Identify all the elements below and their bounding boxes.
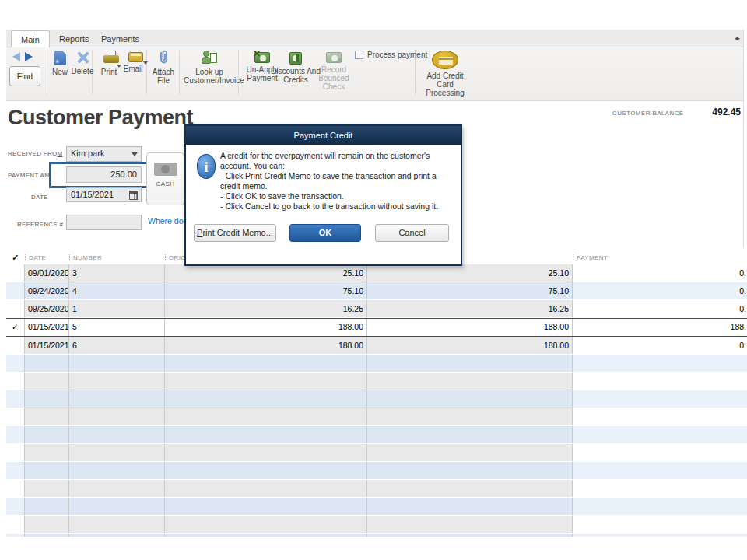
cell-date[interactable]: [25, 462, 69, 479]
cell-date[interactable]: [25, 390, 69, 408]
cell-payment[interactable]: [573, 498, 747, 515]
cell-check[interactable]: [6, 462, 25, 479]
cell-orig-amt[interactable]: [165, 534, 367, 537]
table-empty-row[interactable]: [6, 426, 747, 444]
cell-orig-amt[interactable]: [165, 390, 367, 408]
cell-amt-due[interactable]: [367, 444, 573, 461]
cell-date[interactable]: [25, 426, 69, 443]
cell-payment[interactable]: 0.: [573, 300, 747, 317]
cell-amt-due[interactable]: [367, 516, 573, 533]
table-empty-row[interactable]: [6, 444, 747, 462]
cell-payment[interactable]: [573, 390, 747, 408]
table-empty-row[interactable]: [6, 390, 747, 408]
cell-payment[interactable]: [573, 516, 747, 533]
table-empty-row[interactable]: [6, 516, 747, 534]
cell-orig-amt[interactable]: [165, 373, 367, 390]
cell-amt-due[interactable]: 25.10: [367, 264, 573, 282]
cell-payment[interactable]: [573, 408, 747, 425]
cell-payment[interactable]: [573, 373, 747, 390]
cell-number[interactable]: 6: [69, 337, 165, 354]
cell-number[interactable]: [69, 390, 165, 408]
cell-number[interactable]: 3: [69, 264, 165, 282]
cell-date[interactable]: [25, 534, 69, 537]
cell-date[interactable]: 01/15/2021: [25, 319, 69, 336]
cell-orig-amt[interactable]: [165, 426, 367, 443]
cell-number[interactable]: 1: [69, 300, 165, 317]
cell-payment[interactable]: [573, 355, 747, 372]
table-row[interactable]: ✓01/15/20215188.00188.00188.: [6, 318, 747, 337]
cell-number[interactable]: [69, 498, 165, 515]
email-button[interactable]: Email: [120, 52, 151, 73]
cell-date[interactable]: [25, 444, 69, 461]
ribbon-collapse-icon[interactable]: ◂▸: [735, 34, 738, 42]
column-header-number[interactable]: NUMBER: [69, 254, 165, 261]
cell-check[interactable]: [6, 264, 25, 282]
cell-date[interactable]: [25, 480, 69, 497]
table-row[interactable]: 09/01/2020325.1025.100.: [6, 264, 747, 282]
cell-orig-amt[interactable]: [165, 462, 367, 479]
cancel-button[interactable]: Cancel: [375, 224, 449, 242]
cell-check[interactable]: [6, 444, 25, 461]
cell-check[interactable]: [6, 300, 25, 317]
table-empty-row[interactable]: [6, 355, 747, 373]
tab-payments[interactable]: Payments: [92, 31, 149, 47]
column-header-payment[interactable]: PAYMENT: [573, 254, 747, 261]
table-empty-row[interactable]: [6, 408, 747, 426]
table-empty-row[interactable]: [6, 373, 747, 390]
cell-check[interactable]: [6, 355, 25, 372]
cell-orig-amt[interactable]: [165, 408, 367, 425]
cell-number[interactable]: [69, 534, 165, 537]
table-row[interactable]: 09/25/2020116.2516.250.: [6, 300, 747, 318]
back-arrow-icon[interactable]: [12, 52, 20, 61]
column-header-check[interactable]: ✓: [6, 253, 25, 263]
where-does-payment-go-link[interactable]: Where does: [148, 216, 184, 226]
cell-date[interactable]: 09/25/2020: [25, 300, 69, 317]
cell-date[interactable]: [25, 355, 69, 372]
cell-amt-due[interactable]: [367, 355, 573, 372]
cell-number[interactable]: [69, 408, 165, 425]
forward-arrow-icon[interactable]: [25, 52, 33, 61]
cell-number[interactable]: [69, 516, 165, 533]
cell-orig-amt[interactable]: [165, 480, 367, 497]
cell-payment[interactable]: [573, 444, 747, 461]
table-row[interactable]: 01/15/20216188.00188.000.: [6, 337, 747, 355]
cell-amt-due[interactable]: [367, 534, 573, 537]
cell-date[interactable]: 09/01/2020: [25, 264, 69, 282]
table-row[interactable]: 09/24/2020475.1075.100.: [6, 282, 747, 300]
cell-date[interactable]: 09/24/2020: [25, 282, 69, 299]
cell-payment[interactable]: 0.: [573, 264, 747, 282]
cell-payment[interactable]: [573, 462, 747, 479]
cell-payment[interactable]: 0.: [573, 337, 747, 354]
cell-check[interactable]: [6, 390, 25, 408]
cell-payment[interactable]: 0.: [573, 282, 747, 299]
column-header-date[interactable]: DATE: [25, 254, 69, 261]
table-empty-row[interactable]: [6, 462, 747, 480]
payment-amount-input[interactable]: 250.00: [66, 166, 142, 183]
email-dropdown-caret-icon[interactable]: [143, 61, 148, 73]
cell-orig-amt[interactable]: 75.10: [165, 282, 367, 299]
history-nav-arrows[interactable]: [11, 51, 42, 63]
cell-number[interactable]: [69, 480, 165, 497]
print-credit-memo-button[interactable]: Print Credit Memo...: [194, 224, 276, 242]
reference-input[interactable]: [66, 215, 142, 230]
cell-orig-amt[interactable]: 16.25: [165, 300, 367, 317]
cell-check[interactable]: [6, 282, 25, 299]
cell-check[interactable]: [6, 498, 25, 515]
lookup-customer-invoice-button[interactable]: Look up Customer/Invoice: [184, 51, 235, 85]
cell-orig-amt[interactable]: [165, 355, 367, 372]
cell-amt-due[interactable]: [367, 462, 573, 479]
cell-orig-amt[interactable]: [165, 516, 367, 533]
cell-check[interactable]: [6, 337, 25, 354]
cell-payment[interactable]: [573, 534, 747, 537]
cell-amt-due[interactable]: 188.00: [367, 319, 573, 336]
cell-orig-amt[interactable]: 25.10: [165, 264, 367, 282]
cell-amt-due[interactable]: [367, 480, 573, 497]
cell-orig-amt[interactable]: 188.00: [165, 337, 367, 354]
find-button[interactable]: Find: [9, 66, 40, 86]
cell-check[interactable]: [6, 480, 25, 497]
cell-amt-due[interactable]: 75.10: [367, 282, 573, 299]
received-from-dropdown[interactable]: Kim park: [66, 146, 142, 162]
cell-amt-due[interactable]: [367, 426, 573, 443]
cell-payment[interactable]: [573, 426, 747, 443]
cell-payment[interactable]: 188.: [573, 319, 747, 336]
